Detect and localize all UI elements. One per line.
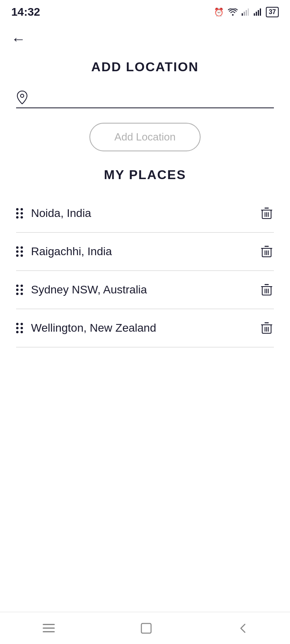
svg-rect-4	[254, 13, 255, 16]
place-name: Wellington, New Zealand	[31, 322, 259, 334]
svg-point-8	[21, 94, 24, 97]
drag-handle[interactable]	[16, 285, 23, 295]
nav-menu-button[interactable]	[43, 624, 55, 633]
status-icons: ⏰	[214, 7, 279, 17]
back-arrow-icon: ←	[11, 31, 26, 47]
svg-rect-0	[242, 13, 243, 16]
drag-handle[interactable]	[16, 323, 23, 333]
svg-rect-25	[43, 624, 55, 625]
delete-place-button[interactable]	[259, 244, 274, 259]
list-item: Wellington, New Zealand	[16, 309, 274, 347]
list-item: Noida, India	[16, 194, 274, 233]
trash-icon	[261, 207, 272, 219]
back-button[interactable]: ←	[0, 23, 290, 52]
delete-place-button[interactable]	[259, 282, 274, 297]
nav-back-button[interactable]	[238, 623, 247, 634]
trash-icon	[261, 284, 272, 296]
place-name: Raigachhi, India	[31, 245, 259, 258]
place-name: Sydney NSW, Australia	[31, 283, 259, 296]
input-section: Add Location	[16, 91, 274, 151]
drag-handle[interactable]	[16, 208, 23, 219]
delete-place-button[interactable]	[259, 320, 274, 336]
list-item: Sydney NSW, Australia	[16, 271, 274, 309]
trash-icon	[261, 322, 272, 334]
status-time: 14:32	[11, 6, 40, 19]
svg-rect-7	[260, 8, 261, 16]
svg-rect-2	[246, 10, 247, 16]
nav-home-button[interactable]	[141, 623, 152, 634]
alarm-icon: ⏰	[214, 7, 224, 17]
signal-icon-1	[242, 8, 250, 16]
signal-icon-2	[254, 8, 262, 16]
drag-handle[interactable]	[16, 246, 23, 257]
list-item: Raigachhi, India	[16, 233, 274, 271]
location-pin-icon	[16, 91, 28, 104]
svg-rect-5	[256, 12, 257, 16]
my-places-title: MY PLACES	[16, 167, 274, 182]
svg-rect-6	[258, 10, 259, 16]
bottom-nav	[0, 612, 290, 644]
delete-place-button[interactable]	[259, 206, 274, 221]
svg-rect-1	[244, 12, 245, 16]
main-content: ADD LOCATION Add Location MY PLACES	[0, 52, 290, 347]
trash-icon	[261, 246, 272, 258]
svg-rect-26	[43, 627, 55, 629]
svg-rect-27	[43, 631, 55, 632]
status-bar: 14:32 ⏰	[0, 0, 290, 23]
location-input-wrapper	[16, 91, 274, 108]
place-name: Noida, India	[31, 207, 259, 220]
svg-rect-3	[248, 8, 249, 16]
svg-rect-28	[141, 623, 151, 633]
wifi-icon	[228, 8, 238, 16]
place-list: Noida, India	[16, 194, 274, 347]
location-text-input[interactable]	[32, 91, 274, 104]
page-title: ADD LOCATION	[16, 60, 274, 74]
my-places-section: MY PLACES Noida, India	[16, 167, 274, 347]
battery-icon: 37	[266, 7, 279, 17]
add-location-button[interactable]: Add Location	[89, 123, 201, 151]
